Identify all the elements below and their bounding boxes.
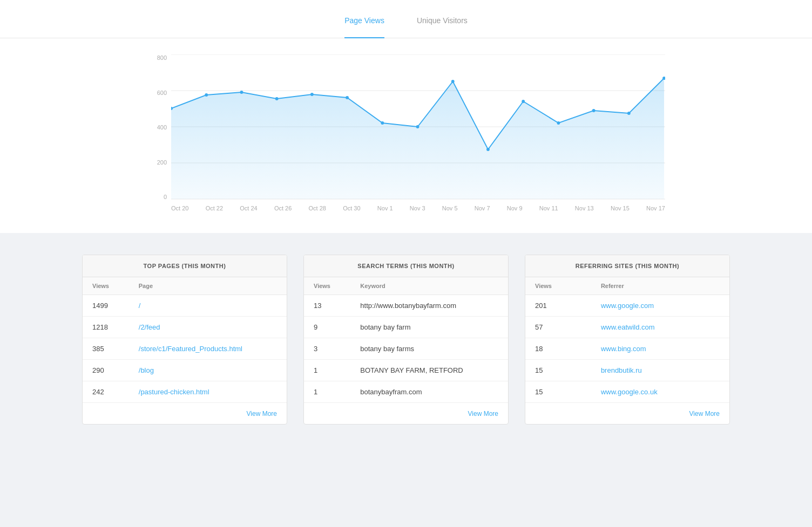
- svg-point-12: [381, 121, 384, 125]
- search-keyword-3: BOTANY BAY FARM, RETFORD: [350, 360, 508, 381]
- ref-referrer-2[interactable]: www.bing.com: [591, 338, 729, 360]
- top-pages-views-0: 1499: [83, 295, 129, 317]
- referring-sites-footer: View More: [525, 402, 729, 424]
- x-label-nov15: Nov 15: [611, 205, 630, 211]
- referring-sites-row: 57 www.eatwild.com: [525, 317, 729, 338]
- svg-point-14: [451, 80, 455, 83]
- search-views-0: 13: [304, 295, 350, 317]
- x-label-nov17: Nov 17: [646, 205, 665, 211]
- tabs: Page Views Unique Visitors: [0, 16, 812, 38]
- search-terms-table: Views Keyword 13 http://www.botanybayfar…: [304, 277, 508, 402]
- referring-sites-row: 15 brendbutik.ru: [525, 360, 729, 381]
- top-section: Page Views Unique Visitors 800 600 400 2…: [0, 0, 812, 233]
- chart-container: 800 600 400 200 0: [147, 54, 665, 211]
- referring-sites-table: Views Referrer 201 www.google.com 57 www…: [525, 277, 729, 402]
- referrer-link-3: brendbutik.ru: [601, 366, 642, 374]
- y-label-0: 0: [147, 194, 167, 200]
- search-keyword-1: botany bay farm: [350, 317, 508, 338]
- x-label-oct20: Oct 20: [171, 205, 188, 211]
- referring-sites-header: REFERRING SITES (THIS MONTH): [525, 255, 729, 277]
- chart-svg: [171, 54, 665, 200]
- x-label-oct24: Oct 24: [240, 205, 257, 211]
- top-pages-view-more[interactable]: View More: [247, 410, 277, 418]
- search-terms-row: 3 botany bay farms: [304, 338, 508, 360]
- tab-page-views[interactable]: Page Views: [344, 16, 384, 31]
- y-label-400: 400: [147, 124, 167, 131]
- x-label-oct28: Oct 28: [309, 205, 326, 211]
- search-views-1: 9: [304, 317, 350, 338]
- top-pages-page-3[interactable]: /blog: [129, 360, 287, 381]
- ref-views-4: 15: [525, 381, 591, 403]
- search-terms-header: SEARCH TERMS (THIS MONTH): [304, 255, 508, 277]
- col-views-header-st: Views: [304, 277, 350, 295]
- x-label-nov5: Nov 5: [442, 205, 458, 211]
- top-pages-card: TOP PAGES (THIS MONTH) Views Page 1499 /…: [82, 255, 287, 425]
- search-terms-row: 1 BOTANY BAY FARM, RETFORD: [304, 360, 508, 381]
- svg-marker-5: [171, 78, 664, 199]
- ref-referrer-3[interactable]: brendbutik.ru: [591, 360, 729, 381]
- top-pages-header: TOP PAGES (THIS MONTH): [83, 255, 287, 277]
- y-label-600: 600: [147, 90, 167, 96]
- search-terms-footer: View More: [304, 402, 508, 424]
- top-pages-views-4: 242: [83, 381, 129, 403]
- page-link-4: /pastured-chicken.html: [139, 388, 209, 396]
- referring-sites-view-more[interactable]: View More: [689, 410, 720, 418]
- top-pages-row: 385 /store/c1/Featured_Products.html: [83, 338, 287, 360]
- top-pages-row: 1499 /: [83, 295, 287, 317]
- referring-sites-row: 15 www.google.co.uk: [525, 381, 729, 403]
- referrer-link-1: www.eatwild.com: [601, 323, 655, 331]
- col-views-header: Views: [83, 277, 129, 295]
- top-pages-footer: View More: [83, 402, 287, 424]
- top-pages-views-1: 1218: [83, 317, 129, 338]
- col-referrer-header: Referrer: [591, 277, 729, 295]
- search-keyword-0: http://www.botanybayfarm.com: [350, 295, 508, 317]
- x-label-nov3: Nov 3: [410, 205, 425, 211]
- page-link-0: /: [139, 302, 141, 310]
- top-pages-page-4[interactable]: /pastured-chicken.html: [129, 381, 287, 403]
- referring-sites-row: 18 www.bing.com: [525, 338, 729, 360]
- top-pages-views-2: 385: [83, 338, 129, 360]
- y-label-800: 800: [147, 54, 167, 61]
- search-keyword-2: botany bay farms: [350, 338, 508, 360]
- svg-point-7: [205, 93, 208, 97]
- top-pages-views-3: 290: [83, 360, 129, 381]
- search-views-3: 1: [304, 360, 350, 381]
- page-link-3: /blog: [139, 366, 154, 374]
- ref-referrer-4[interactable]: www.google.co.uk: [591, 381, 729, 403]
- referring-sites-card: REFERRING SITES (THIS MONTH) Views Refer…: [525, 255, 730, 425]
- svg-point-13: [416, 125, 419, 128]
- top-pages-page-0[interactable]: /: [129, 295, 287, 317]
- x-label-nov13: Nov 13: [575, 205, 594, 211]
- search-terms-view-more[interactable]: View More: [468, 410, 498, 418]
- page-link-2: /store/c1/Featured_Products.html: [139, 345, 242, 353]
- svg-point-15: [486, 148, 490, 151]
- referring-sites-row: 201 www.google.com: [525, 295, 729, 317]
- svg-point-17: [557, 121, 560, 125]
- search-terms-row: 9 botany bay farm: [304, 317, 508, 338]
- ref-referrer-1[interactable]: www.eatwild.com: [591, 317, 729, 338]
- svg-point-18: [592, 109, 596, 112]
- top-pages-table: Views Page 1499 / 1218 /2/feed 385 /stor…: [83, 277, 287, 402]
- col-views-header-rs: Views: [525, 277, 591, 295]
- x-axis-labels: Oct 20 Oct 22 Oct 24 Oct 26 Oct 28 Oct 3…: [147, 202, 665, 211]
- x-label-oct22: Oct 22: [206, 205, 223, 211]
- top-pages-row: 1218 /2/feed: [83, 317, 287, 338]
- x-label-oct30: Oct 30: [343, 205, 360, 211]
- search-keyword-4: botanybayfram.com: [350, 381, 508, 403]
- y-label-200: 200: [147, 159, 167, 166]
- top-pages-page-1[interactable]: /2/feed: [129, 317, 287, 338]
- x-label-nov1: Nov 1: [377, 205, 393, 211]
- col-keyword-header: Keyword: [350, 277, 508, 295]
- search-terms-row: 13 http://www.botanybayfarm.com: [304, 295, 508, 317]
- referrer-link-2: www.bing.com: [601, 345, 646, 353]
- ref-views-3: 15: [525, 360, 591, 381]
- search-views-4: 1: [304, 381, 350, 403]
- search-views-2: 3: [304, 338, 350, 360]
- tab-unique-visitors[interactable]: Unique Visitors: [417, 16, 468, 31]
- x-label-oct26: Oct 26: [274, 205, 292, 211]
- top-pages-page-2[interactable]: /store/c1/Featured_Products.html: [129, 338, 287, 360]
- ref-referrer-0[interactable]: www.google.com: [591, 295, 729, 317]
- ref-views-0: 201: [525, 295, 591, 317]
- top-pages-row: 242 /pastured-chicken.html: [83, 381, 287, 403]
- referrer-link-0: www.google.com: [601, 302, 654, 310]
